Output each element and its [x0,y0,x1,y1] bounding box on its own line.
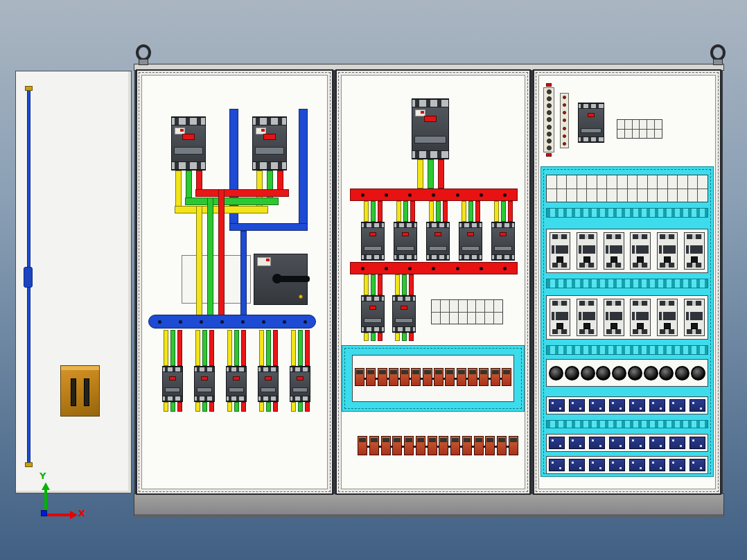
terminal-cell[interactable] [633,120,640,129]
aux-terminal-strip[interactable] [560,93,569,148]
breaker-handle-band[interactable] [396,246,414,251]
terminal-cell[interactable] [547,175,556,189]
terminal-cell[interactable] [658,189,667,202]
branch-breaker[interactable] [258,366,279,402]
din-rail[interactable] [546,345,708,355]
terminal-cell[interactable] [450,313,458,324]
mcb-breaker[interactable] [630,299,651,336]
phase-bar[interactable] [364,201,369,222]
phase-bar[interactable] [378,274,383,295]
breaker-handle-band[interactable] [261,387,276,392]
terminal-cell[interactable] [441,313,449,324]
terminal-block-red[interactable] [416,436,425,455]
x-axis-line[interactable] [46,514,70,516]
terminal-block-red[interactable] [439,436,448,455]
mcb-breaker[interactable] [657,232,678,270]
mcb-breaker[interactable] [577,232,597,270]
terminal-block-red[interactable] [366,368,376,386]
phase-bar[interactable] [170,330,175,366]
terminal-cell[interactable] [617,120,624,129]
terminal-cell[interactable] [638,175,647,189]
terminal-cell[interactable] [628,175,638,189]
phase-bar[interactable] [266,402,271,412]
sub-breaker[interactable] [392,295,416,333]
branch-breaker[interactable] [194,366,215,402]
terminal-block-red[interactable] [445,368,455,386]
terminal-block-blue[interactable] [689,459,705,471]
terminal-cell[interactable] [668,175,678,189]
phase-bar[interactable] [234,402,239,412]
terminal-cell[interactable] [698,189,708,202]
terminal-cell[interactable] [655,120,662,129]
terminal-block-red[interactable] [381,436,391,455]
mcb-breaker[interactable] [684,299,705,336]
phase-bar[interactable] [209,402,214,412]
red-busbar-upper[interactable] [350,189,518,201]
terminal-cell[interactable] [476,313,484,324]
branch-breaker[interactable] [162,366,183,402]
lifting-eye-left[interactable] [136,44,151,65]
phase-bar[interactable] [438,159,444,189]
mcb-breaker[interactable] [550,299,570,336]
breaker-handle-band[interactable] [197,387,212,392]
terminal-block-red[interactable] [509,436,518,455]
phase-bar[interactable] [195,330,200,366]
terminal-cell[interactable] [625,120,632,129]
feeder-breaker[interactable] [394,222,417,261]
terminal-cell[interactable] [468,300,476,312]
fuse-holder-round[interactable] [581,366,595,380]
phase-bar[interactable] [291,402,296,412]
terminal-cell[interactable] [678,189,687,202]
terminal-cell[interactable] [468,313,476,324]
terminal-cell[interactable] [547,189,556,202]
terminal-cell[interactable] [597,189,607,202]
terminal-cell[interactable] [688,189,698,202]
mcb-toggle[interactable] [637,256,644,263]
terminal-block-blue[interactable] [549,459,565,471]
terminal-cell[interactable] [567,189,577,202]
cabinet-door[interactable] [15,71,132,493]
terminal-block-red[interactable] [389,368,398,386]
terminal-block-blue[interactable] [669,399,685,412]
red-busbar-lower[interactable] [350,262,518,274]
terminal-block-blue[interactable] [649,437,665,449]
din-rail[interactable] [546,279,708,288]
phase-bar[interactable] [396,201,401,222]
breaker-handle-band[interactable] [414,136,446,143]
neutral-busbar-vertical[interactable] [299,109,308,231]
terminal-cell[interactable] [617,130,624,139]
terminal-block-red[interactable] [404,436,414,455]
phase-bar[interactable] [209,330,214,366]
breaker-handle-band[interactable] [429,246,447,251]
terminal-block-red[interactable] [474,436,484,455]
mcb-toggle[interactable] [691,323,698,329]
terminal-cell[interactable] [597,175,607,189]
mcb-toggle[interactable] [664,256,671,263]
fuse-holder-round[interactable] [612,366,626,380]
fuse-holder-round[interactable] [659,366,674,380]
terminal-cell[interactable] [494,300,502,312]
terminal-block-red[interactable] [462,436,472,455]
phase-bar[interactable] [395,333,400,341]
fuse-holder-round[interactable] [596,366,610,380]
terminal-cell[interactable] [617,189,627,202]
phase-a-busbar-vertical[interactable] [196,206,202,316]
terminal-cell[interactable] [476,300,484,312]
terminal-block-blue[interactable] [689,399,705,412]
terminal-block-blue[interactable] [549,399,565,412]
mcb-breaker[interactable] [577,299,597,336]
phase-bar[interactable] [234,330,239,366]
terminal-cell[interactable] [557,189,567,202]
terminal-block-red[interactable] [392,436,402,455]
phase-bar[interactable] [508,201,513,222]
terminal-block-blue[interactable] [569,459,585,471]
phase-bar[interactable] [305,330,310,366]
feeder-breaker[interactable] [361,222,385,261]
terminal-block-red[interactable] [491,368,500,386]
door-rod-handle[interactable] [24,267,33,288]
terminal-block-red[interactable] [369,436,379,455]
terminal-cell[interactable] [678,175,687,189]
phase-bar[interactable] [494,201,499,222]
feeder-breaker[interactable] [426,222,450,261]
breaker-handle-band[interactable] [229,387,244,392]
